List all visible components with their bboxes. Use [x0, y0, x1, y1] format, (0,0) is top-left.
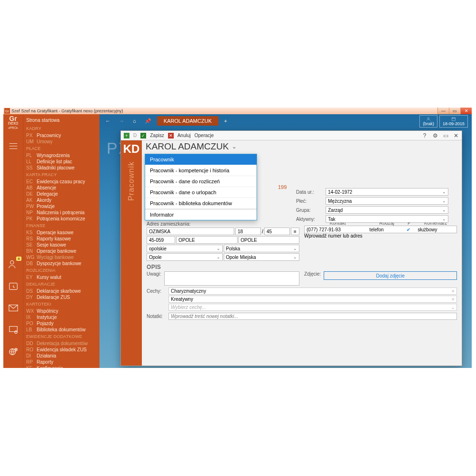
birthdate-input[interactable]: 14-02-1972⌄ — [326, 188, 448, 196]
save-icon[interactable]: ✓ — [140, 133, 146, 139]
nav-item[interactable]: ABAbsencje — [23, 185, 99, 191]
dropdown-item[interactable]: Pracownik - dane do rozliczeń — [145, 176, 257, 187]
nav-item[interactable]: AKAkordy — [23, 197, 99, 203]
clock-icon[interactable] — [6, 280, 20, 292]
nav-item[interactable]: KFKonfiguracja — [23, 365, 99, 368]
notes-input[interactable] — [169, 313, 457, 320]
nav-item[interactable]: PKPotrącenia komornicze — [23, 216, 99, 222]
nav-item[interactable]: PLWynagrodzenia — [23, 152, 99, 159]
dropdown-item[interactable]: Pracownik - biblioteka dokumentów — [145, 198, 257, 209]
remarks-textarea[interactable] — [164, 271, 299, 286]
group-select[interactable]: Zarząd⌄ — [326, 206, 448, 214]
nav-item[interactable]: POPojazdy — [23, 320, 99, 327]
trait-chip[interactable]: Kreatywny✕ — [169, 296, 457, 303]
address-menu-button[interactable]: ≡ — [291, 228, 299, 235]
user-indicator[interactable]: (brak) — [419, 115, 437, 128]
nav-item[interactable]: ECEwidencja czasu pracy — [23, 178, 99, 185]
record-title-dropdown[interactable]: KAROL ADAMCZUK ⌄ — [146, 141, 458, 152]
nav-item[interactable]: IXInstytucje — [23, 314, 99, 320]
contact-placeholder[interactable]: Wprowadź numer lub adres — [304, 233, 457, 238]
nav-item[interactable]: DEDelegacje — [23, 191, 99, 197]
commune-select[interactable]: Opole Miejska⌄ — [224, 253, 300, 261]
settings-button[interactable]: ⚙ — [431, 132, 439, 139]
nav-item[interactable]: SSSkładniki płacowe — [23, 165, 99, 171]
nav-fwd-icon[interactable]: → — [116, 117, 127, 125]
nav-item[interactable]: PWProwizje — [23, 203, 99, 209]
active-select[interactable]: Tak⌄ — [326, 215, 448, 223]
primary-checkbox[interactable]: ✔ — [401, 227, 416, 232]
nav-group-header: KADRY — [23, 125, 99, 132]
nav-item[interactable]: DIDziałania — [23, 353, 99, 359]
nav-item[interactable]: KSOperacje kasowe — [23, 229, 99, 236]
help-button[interactable]: ? — [421, 132, 428, 139]
country-select[interactable]: Polska⌄ — [224, 245, 300, 252]
nav-item[interactable]: LLDefinicje list płac — [23, 159, 99, 165]
mail-icon[interactable] — [6, 302, 20, 314]
tab-active[interactable]: KAROL ADAMCZUK — [157, 116, 218, 126]
apt-no-input[interactable]: 45 — [264, 228, 290, 235]
svg-point-7 — [428, 118, 429, 119]
dropdown-item[interactable]: Informator — [145, 209, 257, 220]
trait-chip[interactable]: Charyzmatyczny✕ — [169, 288, 457, 295]
menu-icon[interactable] — [6, 140, 20, 152]
nav-group-header: DEKLARACJE — [23, 280, 99, 288]
dropdown-item[interactable]: Pracownik - kompetencje i historia — [145, 165, 257, 176]
house-no-input[interactable]: 18 — [235, 228, 261, 235]
close-editor-button[interactable]: ✕ — [452, 132, 460, 139]
nav-back-icon[interactable]: ← — [102, 117, 113, 125]
minimize-button[interactable]: — — [437, 108, 449, 114]
gender-select[interactable]: Mężczyzna⌄ — [326, 197, 448, 205]
nav-item[interactable]: RPRaporty — [23, 359, 99, 365]
voivodeship-select[interactable]: opolskie⌄ — [147, 245, 223, 252]
date-indicator[interactable]: 18-09-2015 — [439, 115, 468, 128]
dropdown-item[interactable]: Pracownik — [145, 154, 257, 165]
nav-item[interactable]: UMUmowy — [23, 139, 99, 145]
nav-item[interactable]: WXWspólnicy — [23, 308, 99, 314]
remove-trait-icon[interactable]: ✕ — [451, 297, 455, 302]
nav-item[interactable]: RSRaporty kasowe — [23, 236, 99, 242]
users-icon[interactable]: 4 — [6, 258, 20, 270]
save-button[interactable]: Zapisz — [150, 133, 164, 138]
remove-trait-icon[interactable]: ✕ — [451, 289, 455, 294]
cancel-button[interactable]: Anuluj — [178, 133, 191, 138]
nav-item[interactable]: WGWyciągi bankowe — [23, 254, 99, 260]
traits-label: Cechy: — [147, 288, 166, 294]
street-input[interactable]: OZIMSKA — [147, 228, 234, 235]
post-city-input[interactable]: OPOLE — [238, 236, 300, 244]
nav-group-header: KARTA PRACY — [23, 171, 99, 178]
certificate-icon[interactable] — [6, 324, 20, 336]
dropdown-item[interactable]: Pracownik - dane o urlopach — [145, 187, 257, 198]
chevron-down-icon: ⌄ — [232, 143, 237, 150]
add-photo-button[interactable]: Dodaj zdjęcie — [324, 271, 457, 280]
view-dropdown[interactable]: PracownikPracownik - kompetencje i histo… — [145, 154, 257, 220]
county-select[interactable]: Opole⌄ — [147, 253, 223, 261]
home-icon[interactable]: ⌂ — [130, 117, 139, 125]
cancel-icon[interactable]: ✕ — [168, 133, 174, 139]
restore-button[interactable]: ▭ — [449, 108, 460, 114]
contact-row[interactable]: (077) 727-91-93 telefon ✔ służbowy — [304, 226, 457, 233]
nav-item[interactable]: DSDeklaracje skarbowe — [23, 288, 99, 294]
operations-menu[interactable]: Operacje — [195, 133, 214, 138]
trait-select[interactable]: Wybierz cechę...⌄ — [169, 304, 457, 311]
add-icon[interactable]: + — [124, 133, 129, 139]
nav-item[interactable]: ROEwidencja składek ZUS — [23, 347, 99, 353]
nav-item[interactable]: NPNaliczenia i potrącenia — [23, 209, 99, 216]
nav-item[interactable]: DBDyspozycje bankowe — [23, 260, 99, 267]
city-input[interactable]: OPOLE — [176, 236, 238, 244]
zip-input[interactable]: 45-059 — [147, 236, 175, 244]
nav-item[interactable]: DYDeklaracje ZUS — [23, 294, 99, 300]
nav-item[interactable]: DDDekretacja dokumentów — [23, 340, 99, 347]
nav-item[interactable]: EYKursy walut — [23, 274, 99, 280]
nav-item[interactable]: LBBiblioteka dokumentów — [23, 327, 99, 333]
app-window: Gr Szef Szef na Gratyfikant - Gratyfikan… — [3, 108, 472, 368]
home-link[interactable]: Strona startowa — [23, 116, 99, 125]
nav-item[interactable]: BNOperacje bankowe — [23, 248, 99, 254]
titlebar: Gr Szef Szef na Gratyfikant - Gratyfikan… — [3, 108, 472, 114]
new-tab-button[interactable]: + — [221, 117, 230, 125]
maximize-button[interactable]: ▭ — [442, 132, 449, 139]
globe-plus-icon[interactable] — [6, 346, 20, 358]
nav-item[interactable]: PXPracownicy — [23, 132, 99, 139]
close-window-button[interactable]: ✕ — [460, 108, 472, 114]
nav-item[interactable]: SESesje kasowe — [23, 242, 99, 248]
pin-icon[interactable]: 📌 — [142, 117, 154, 125]
